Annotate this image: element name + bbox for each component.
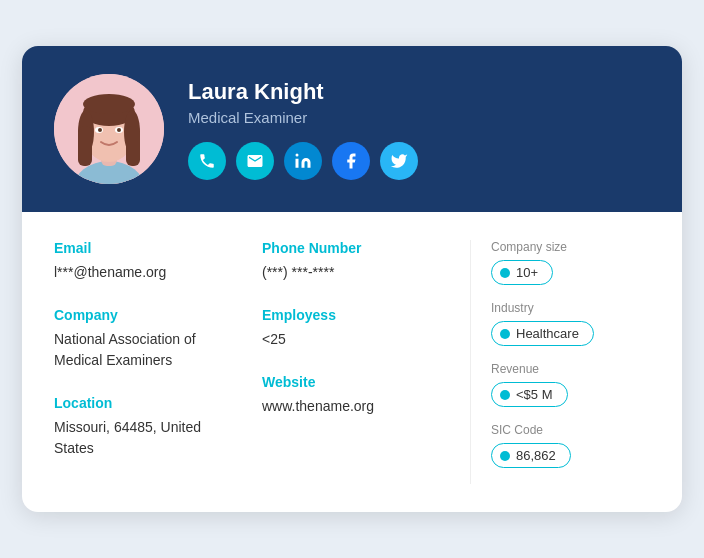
sic-pill[interactable]: 86,862 <box>491 443 571 468</box>
email-field-group: Email l***@thename.org <box>54 240 238 283</box>
email-value: l***@thename.org <box>54 262 238 283</box>
website-label: Website <box>262 374 446 390</box>
revenue-value: <$5 M <box>516 387 553 402</box>
company-size-value: 10+ <box>516 265 538 280</box>
revenue-item: Revenue <$5 M <box>491 362 650 407</box>
social-icons <box>188 142 650 180</box>
svg-point-15 <box>296 153 299 156</box>
phone-label: Phone Number <box>262 240 446 256</box>
location-field-group: Location Missouri, 64485, United States <box>54 395 238 459</box>
email-icon[interactable] <box>236 142 274 180</box>
location-label: Location <box>54 395 238 411</box>
company-field-group: Company National Association of Medical … <box>54 307 238 371</box>
company-size-pill[interactable]: 10+ <box>491 260 553 285</box>
phone-field-group: Phone Number (***) ***-**** <box>262 240 446 283</box>
sic-dot <box>500 451 510 461</box>
website-field-group: Website www.thename.org <box>262 374 446 417</box>
company-size-label: Company size <box>491 240 650 254</box>
header-info: Laura Knight Medical Examiner <box>188 79 650 180</box>
svg-rect-10 <box>126 126 140 166</box>
company-size-dot <box>500 268 510 278</box>
revenue-pill[interactable]: <$5 M <box>491 382 568 407</box>
sic-label: SIC Code <box>491 423 650 437</box>
employees-value: <25 <box>262 329 446 350</box>
phone-icon[interactable] <box>188 142 226 180</box>
employees-field-group: Employess <25 <box>262 307 446 350</box>
employees-label: Employess <box>262 307 446 323</box>
svg-point-13 <box>98 128 102 132</box>
avatar <box>54 74 164 184</box>
svg-point-14 <box>117 128 121 132</box>
revenue-label: Revenue <box>491 362 650 376</box>
email-label: Email <box>54 240 238 256</box>
industry-item: Industry Healthcare <box>491 301 650 346</box>
svg-rect-9 <box>78 126 92 166</box>
website-value: www.thename.org <box>262 396 446 417</box>
profile-card: Laura Knight Medical Examiner <box>22 46 682 512</box>
phone-value: (***) ***-**** <box>262 262 446 283</box>
sic-value: 86,862 <box>516 448 556 463</box>
industry-pill[interactable]: Healthcare <box>491 321 594 346</box>
company-value: National Association of Medical Examiner… <box>54 329 238 371</box>
twitter-icon[interactable] <box>380 142 418 180</box>
company-size-item: Company size 10+ <box>491 240 650 285</box>
revenue-dot <box>500 390 510 400</box>
sic-item: SIC Code 86,862 <box>491 423 650 468</box>
middle-column: Phone Number (***) ***-**** Employess <2… <box>262 240 470 484</box>
industry-label: Industry <box>491 301 650 315</box>
card-body: Email l***@thename.org Company National … <box>22 212 682 512</box>
profile-title: Medical Examiner <box>188 109 650 126</box>
industry-dot <box>500 329 510 339</box>
linkedin-icon[interactable] <box>284 142 322 180</box>
company-label: Company <box>54 307 238 323</box>
profile-name: Laura Knight <box>188 79 650 105</box>
right-panel: Company size 10+ Industry Healthcare Rev… <box>470 240 650 484</box>
facebook-icon[interactable] <box>332 142 370 180</box>
left-column: Email l***@thename.org Company National … <box>54 240 262 484</box>
location-value: Missouri, 64485, United States <box>54 417 238 459</box>
industry-value: Healthcare <box>516 326 579 341</box>
card-header: Laura Knight Medical Examiner <box>22 46 682 212</box>
svg-point-8 <box>83 94 135 114</box>
